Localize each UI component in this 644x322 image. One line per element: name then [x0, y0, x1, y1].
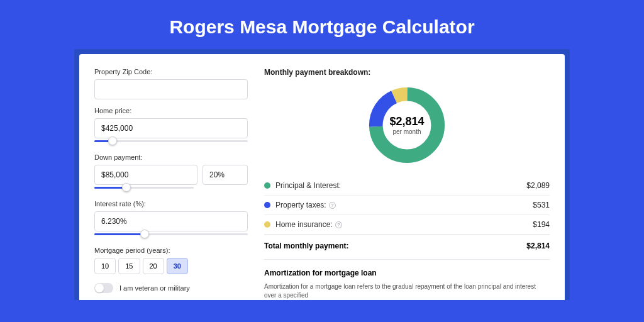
breakdown-column: Monthly payment breakdown: $2,814 per mo… — [264, 68, 550, 300]
zip-input[interactable] — [94, 79, 248, 99]
veteran-label: I am veteran or military — [119, 284, 190, 292]
amortization-text: Amortization for a mortgage loan refers … — [264, 282, 550, 300]
donut-sub: per month — [389, 128, 424, 135]
amortization-section: Amortization for mortgage loan Amortizat… — [264, 259, 550, 300]
card-wrapper: Property Zip Code: Home price: Down paym… — [74, 49, 570, 300]
label-principal: Principal & Interest: — [275, 181, 526, 190]
total-label: Total monthly payment: — [264, 242, 526, 250]
interest-input[interactable] — [94, 211, 248, 231]
interest-label: Interest rate (%): — [94, 200, 248, 208]
down-payment-amount-input[interactable] — [94, 165, 197, 185]
value-insurance: $194 — [533, 220, 550, 229]
total-value: $2,814 — [526, 242, 550, 250]
zip-label: Property Zip Code: — [94, 68, 248, 75]
veteran-row: I am veteran or military — [94, 283, 248, 293]
period-field: Mortgage period (years): 10 15 20 30 — [94, 247, 248, 274]
row-insurance: Home insurance: ? $194 — [264, 215, 550, 235]
donut-center: $2,814 per month — [389, 115, 424, 135]
interest-field: Interest rate (%): — [94, 200, 248, 239]
home-price-input[interactable] — [94, 118, 248, 138]
down-payment-slider[interactable] — [94, 184, 194, 192]
label-taxes: Property taxes: ? — [275, 201, 533, 209]
dot-principal — [264, 182, 270, 189]
down-payment-label: Down payment: — [94, 153, 248, 161]
period-btn-30[interactable]: 30 — [167, 258, 188, 274]
period-btn-15[interactable]: 15 — [118, 258, 140, 274]
inputs-column: Property Zip Code: Home price: Down paym… — [94, 68, 248, 300]
dot-taxes — [264, 202, 270, 208]
info-icon[interactable]: ? — [335, 221, 342, 228]
info-icon[interactable]: ? — [329, 202, 336, 209]
down-payment-field: Down payment: — [94, 153, 248, 192]
veteran-toggle[interactable] — [94, 283, 113, 293]
row-taxes: Property taxes: ? $531 — [264, 196, 550, 215]
breakdown-title: Monthly payment breakdown: — [264, 68, 550, 77]
home-price-field: Home price: — [94, 107, 248, 146]
dot-insurance — [264, 221, 270, 228]
label-insurance: Home insurance: ? — [275, 220, 533, 229]
home-price-label: Home price: — [94, 107, 248, 114]
row-total: Total monthly payment: $2,814 — [264, 235, 550, 259]
period-label: Mortgage period (years): — [94, 247, 248, 254]
value-principal: $2,089 — [526, 181, 550, 190]
value-taxes: $531 — [533, 201, 550, 209]
interest-slider[interactable] — [94, 230, 248, 239]
down-payment-percent-input[interactable] — [203, 165, 248, 185]
donut-amount: $2,814 — [389, 115, 424, 128]
zip-field: Property Zip Code: — [94, 68, 248, 99]
donut-chart: $2,814 per month — [264, 84, 550, 166]
home-price-slider[interactable] — [94, 137, 248, 146]
row-principal: Principal & Interest: $2,089 — [264, 176, 550, 196]
amortization-title: Amortization for mortgage loan — [264, 269, 550, 277]
period-btn-10[interactable]: 10 — [94, 258, 116, 274]
period-buttons: 10 15 20 30 — [94, 258, 248, 274]
calculator-card: Property Zip Code: Home price: Down paym… — [79, 54, 565, 300]
page-title: Rogers Mesa Mortgage Calculator — [0, 0, 644, 49]
period-btn-20[interactable]: 20 — [143, 258, 164, 274]
